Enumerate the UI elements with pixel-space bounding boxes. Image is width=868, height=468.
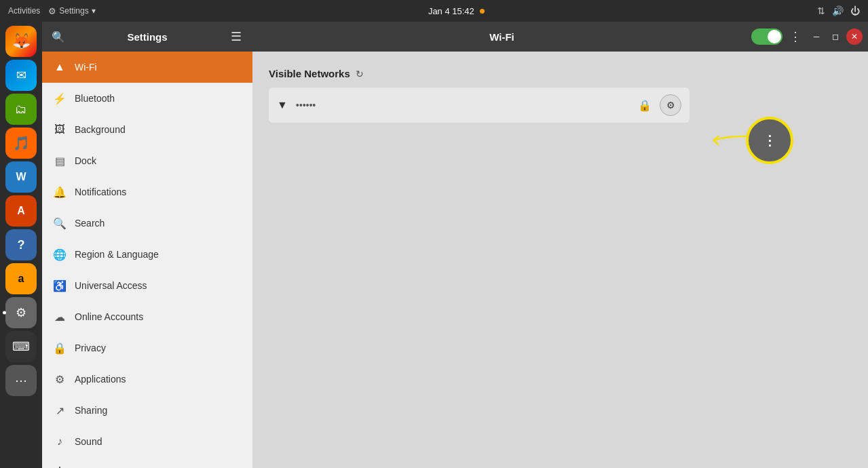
sidebar-item-universal-access[interactable]: ♿ Universal Access: [42, 270, 252, 301]
wifi-icon: ▲: [53, 61, 67, 73]
close-button[interactable]: ✕: [846, 28, 863, 45]
gear-icon: ⚙: [48, 6, 56, 16]
annotation-circle: ⋮: [746, 117, 793, 164]
sidebar-item-background[interactable]: 🖼 Background: [42, 114, 252, 145]
maximize-button[interactable]: ◻: [827, 28, 844, 45]
sidebar-item-online-accounts[interactable]: ☁ Online Accounts: [42, 301, 252, 332]
activities-label: Activities: [8, 6, 40, 16]
datetime-label: Jan 4 15:42: [428, 6, 474, 16]
activities-button[interactable]: Activities: [8, 6, 40, 16]
menu-button[interactable]: ⋮: [785, 26, 806, 47]
page-title: Wi-Fi: [489, 31, 514, 43]
power-icon: ⏻: [850, 5, 860, 16]
dock-item-settings[interactable]: ⚙: [5, 297, 37, 328]
search-icon: 🔍: [53, 217, 67, 230]
settings-titlebar-right: ⋮ ─ ◻ ✕: [751, 26, 868, 47]
toggle-knob: [768, 30, 781, 43]
dock-item-amazon[interactable]: a: [5, 263, 37, 294]
sidebar-item-search[interactable]: 🔍 Search: [42, 208, 252, 239]
settings-titlebar: 🔍 Settings ☰ Wi-Fi ⋮ ─ ◻ ✕: [42, 22, 868, 52]
dock-item-show-apps[interactable]: ⋯: [5, 365, 37, 396]
minimize-button[interactable]: ─: [808, 28, 825, 45]
online-accounts-icon: ☁: [53, 311, 67, 324]
topbar: Activities ⚙ Settings ▾ Jan 4 15:42 ⇅ 🔊 …: [0, 0, 868, 22]
sidebar-item-notifications[interactable]: 🔔 Notifications: [42, 176, 252, 208]
dock-active-indicator: [3, 311, 6, 315]
dock-item-thunderbird[interactable]: ✉: [5, 60, 37, 91]
region-icon: 🌐: [53, 248, 67, 261]
dock-item-writer[interactable]: W: [5, 161, 37, 193]
sidebar-item-universal-access-label: Universal Access: [75, 280, 147, 291]
sidebar-item-search-label: Search: [75, 218, 105, 229]
hamburger-button[interactable]: ☰: [225, 26, 247, 47]
visible-networks-header: Visible Networks ↻: [269, 68, 852, 79]
sidebar-item-dock-label: Dock: [75, 155, 96, 166]
app-menu-label: Settings: [59, 6, 88, 16]
sidebar-item-sound-label: Sound: [75, 436, 102, 447]
sound-icon: ♪: [53, 435, 67, 448]
sidebar-item-sound[interactable]: ♪ Sound: [42, 426, 252, 457]
sidebar-item-privacy[interactable]: 🔒 Privacy: [42, 332, 252, 364]
sidebar-item-sharing-label: Sharing: [75, 405, 107, 416]
network-settings-button[interactable]: ⚙: [660, 94, 681, 116]
dock-item-appstore[interactable]: A: [5, 195, 37, 227]
chevron-down-icon: ▾: [92, 6, 96, 16]
app-area: 🦊 ✉ 🗂 🎵 W A ? a ⚙ ⌨ ⋯ 🔍 Settings ☰ Wi-Fi: [0, 22, 868, 468]
dock-item-firefox[interactable]: 🦊: [5, 26, 37, 57]
bluetooth-icon: ⚡: [53, 92, 67, 105]
background-icon: 🖼: [53, 123, 67, 136]
dock-item-keyboard[interactable]: ⌨: [5, 331, 37, 362]
notifications-icon: 🔔: [53, 186, 67, 199]
applications-icon: ⚙: [53, 373, 67, 386]
topbar-left: Activities ⚙ Settings ▾: [8, 6, 96, 16]
lock-icon: 🔒: [638, 99, 652, 112]
sidebar-item-region-label: Region & Language: [75, 249, 159, 260]
topbar-right: ⇅ 🔊 ⏻: [817, 5, 860, 16]
sharing-icon: ↗: [53, 404, 67, 417]
sidebar-item-privacy-label: Privacy: [75, 343, 106, 353]
dock-item-help[interactable]: ?: [5, 229, 37, 260]
app-menu-button[interactable]: ⚙ Settings ▾: [48, 6, 95, 16]
universal-access-icon: ♿: [53, 279, 67, 292]
dock-item-files[interactable]: 🗂: [5, 94, 37, 125]
privacy-icon: 🔒: [53, 342, 67, 355]
network-status-icon: ⇅: [817, 5, 825, 16]
volume-icon: 🔊: [832, 5, 844, 16]
search-button[interactable]: 🔍: [48, 26, 69, 47]
annotation-three-dots: ⋮: [763, 132, 777, 149]
dock: 🦊 ✉ 🗂 🎵 W A ? a ⚙ ⌨ ⋯: [0, 22, 42, 468]
sidebar-item-bluetooth[interactable]: ⚡ Bluetooth: [42, 83, 252, 114]
network-name: ••••••: [296, 100, 630, 111]
sidebar-item-wifi-label: Wi-Fi: [75, 62, 97, 73]
settings-window-title: Settings: [73, 31, 221, 43]
network-item[interactable]: ▼ •••••• 🔒 ⚙: [269, 87, 690, 123]
dock-item-rhythmbox[interactable]: 🎵: [5, 128, 37, 159]
topbar-center: Jan 4 15:42: [428, 6, 485, 16]
sidebar-item-online-accounts-label: Online Accounts: [75, 311, 143, 322]
sidebar-item-notifications-label: Notifications: [75, 187, 126, 197]
sidebar-item-bluetooth-label: Bluetooth: [75, 93, 115, 104]
settings-titlebar-left: 🔍 Settings ☰: [42, 26, 252, 47]
sidebar-item-power[interactable]: ⏻ Power: [42, 457, 252, 468]
settings-titlebar-center: Wi-Fi: [252, 31, 751, 43]
annotation-arrow: [708, 130, 749, 151]
settings-window: 🔍 Settings ☰ Wi-Fi ⋮ ─ ◻ ✕ ▲: [42, 22, 868, 468]
sidebar: ▲ Wi-Fi ⚡ Bluetooth 🖼 Background ▤ Dock …: [42, 52, 252, 468]
visible-networks-label: Visible Networks: [269, 68, 350, 79]
networks-list: ▼ •••••• 🔒 ⚙: [269, 87, 690, 123]
wifi-signal-icon: ▼: [277, 99, 288, 111]
sidebar-item-dock[interactable]: ▤ Dock: [42, 145, 252, 176]
notification-dot: [480, 9, 485, 14]
refresh-icon[interactable]: ↻: [356, 69, 364, 79]
main-panel: ⋮ Visible Networks ↻ ▼ •••••• 🔒 ⚙: [252, 52, 868, 468]
sidebar-item-sharing[interactable]: ↗ Sharing: [42, 395, 252, 426]
sidebar-item-wifi[interactable]: ▲ Wi-Fi: [42, 52, 252, 83]
sidebar-item-background-label: Background: [75, 124, 126, 135]
dock-icon: ▤: [53, 155, 67, 168]
sidebar-item-applications[interactable]: ⚙ Applications: [42, 364, 252, 395]
settings-body: ▲ Wi-Fi ⚡ Bluetooth 🖼 Background ▤ Dock …: [42, 52, 868, 468]
wifi-toggle[interactable]: [751, 28, 782, 45]
sidebar-item-applications-label: Applications: [75, 374, 126, 385]
sidebar-item-region[interactable]: 🌐 Region & Language: [42, 239, 252, 270]
